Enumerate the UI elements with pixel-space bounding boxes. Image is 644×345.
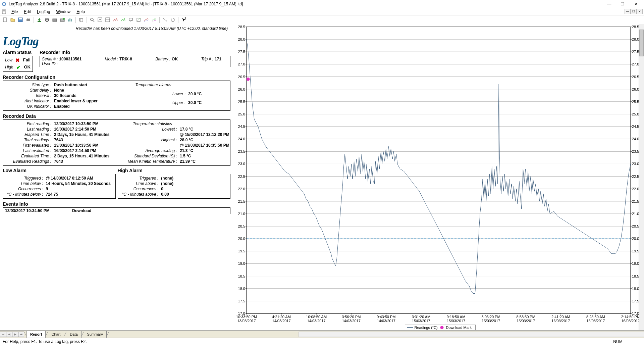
svg-text:Readings (°C): Readings (°C) xyxy=(415,326,438,330)
svg-rect-23 xyxy=(98,18,102,22)
high-trig-label: Triggered : xyxy=(121,176,160,181)
svg-rect-16 xyxy=(68,19,69,21)
tab-chart[interactable]: Chart xyxy=(48,331,64,338)
download-icon[interactable] xyxy=(36,16,43,23)
print-icon[interactable] xyxy=(24,16,32,23)
svg-text:18.0: 18.0 xyxy=(238,287,245,291)
alert-value: Enabled lower & upper xyxy=(53,98,120,104)
svg-text:28.5: 28.5 xyxy=(632,25,639,29)
new-icon[interactable] xyxy=(1,16,9,23)
svg-line-22 xyxy=(93,20,94,22)
svg-text:22.5: 22.5 xyxy=(238,175,245,179)
minimize-button[interactable]: — xyxy=(602,0,616,8)
events-box: 13/03/2017 10:34:50 PM Download xyxy=(3,207,230,214)
toolbar-sep xyxy=(87,17,87,23)
svg-text:22.0: 22.0 xyxy=(632,187,639,191)
svg-text:25.0: 25.0 xyxy=(238,112,245,116)
svg-text:21.5: 21.5 xyxy=(238,199,245,203)
svg-text:8:28:50 AM: 8:28:50 AM xyxy=(586,315,605,319)
svg-text:16/03/2017: 16/03/2017 xyxy=(621,319,640,323)
mkt-value: 21.39 °C xyxy=(178,159,231,164)
tab-report[interactable]: Report xyxy=(26,331,46,338)
mdi-restore[interactable]: ❐ xyxy=(631,9,637,14)
eval-readings-label: Evaluated Readings : xyxy=(6,159,53,164)
close-button[interactable]: ✕ xyxy=(629,0,643,8)
mdi-minimize[interactable]: — xyxy=(625,9,631,14)
save-icon[interactable] xyxy=(17,16,24,23)
svg-rect-7 xyxy=(19,18,22,19)
chart-panel[interactable]: 17.017.017.517.518.018.018.518.519.019.0… xyxy=(233,24,644,330)
tool-options-icon[interactable] xyxy=(161,16,169,23)
start-delay-label: Start delay : xyxy=(6,88,53,93)
zoom-icon[interactable] xyxy=(89,16,96,23)
svg-text:18.0: 18.0 xyxy=(632,287,639,291)
svg-text:21.0: 21.0 xyxy=(238,212,245,216)
annotate-icon[interactable] xyxy=(127,16,135,23)
ok-label: OK indicator : xyxy=(6,104,53,109)
svg-text:27.0: 27.0 xyxy=(238,62,245,66)
svg-text:19.0: 19.0 xyxy=(238,261,245,265)
hibernate-icon[interactable] xyxy=(51,16,58,23)
event-datetime: 13/03/2017 10:34:50 PM xyxy=(5,208,72,213)
tabs-nav: ⏮ ◀ ▶ ⏭ xyxy=(0,332,24,337)
tab-data[interactable]: Data xyxy=(66,331,81,338)
tab-nav-last[interactable]: ⏭ xyxy=(18,332,24,337)
quick-reconfigure-icon[interactable] xyxy=(59,16,66,23)
report-panel: Recorder has been downloaded 17/03/2017 … xyxy=(0,24,233,330)
battery-value: OK xyxy=(172,57,178,61)
low-occ-label: Occurrences : xyxy=(6,186,45,192)
svg-text:23.5: 23.5 xyxy=(238,149,245,153)
high-alarm-title: High Alarm xyxy=(118,168,231,173)
copy-icon[interactable] xyxy=(77,16,85,23)
profile-icon[interactable] xyxy=(66,16,74,23)
multichart-icon[interactable] xyxy=(143,16,150,23)
menu-help[interactable]: Help xyxy=(74,9,88,15)
alarm-high-status: OK xyxy=(24,64,31,70)
title-bar: LogTag Analyzer 2.8 Build 2 - TRIX-8 - 1… xyxy=(0,0,644,8)
multichart2-icon[interactable] xyxy=(150,16,158,23)
svg-text:14/03/2017: 14/03/2017 xyxy=(272,319,291,323)
last-eval-value: 16/03/2017 2:14:50 PM xyxy=(53,148,126,153)
mdi-controls: — ❐ ✕ xyxy=(625,9,643,14)
vertical-scrollbar[interactable] xyxy=(639,24,644,330)
svg-text:9:43:50 PM: 9:43:50 PM xyxy=(377,315,395,319)
export-icon[interactable] xyxy=(135,16,142,23)
svg-text:14/03/2017: 14/03/2017 xyxy=(307,319,326,323)
menu-logtag[interactable]: LogTag xyxy=(34,9,53,15)
svg-rect-10 xyxy=(38,21,41,22)
menu-edit[interactable]: Edit xyxy=(21,9,34,15)
svg-text:18.5: 18.5 xyxy=(632,274,639,278)
temperature-chart[interactable]: 17.017.017.517.518.018.018.518.519.019.0… xyxy=(233,24,644,330)
upper-label: Upper : xyxy=(120,100,187,109)
mdi-close[interactable]: ✕ xyxy=(637,9,643,14)
model-value: TRIX-8 xyxy=(119,57,132,61)
configure-icon[interactable] xyxy=(43,16,51,23)
svg-text:Download Mark: Download Mark xyxy=(446,326,472,330)
help-arrow-icon[interactable]: ? xyxy=(180,16,187,23)
chart-style2-icon[interactable] xyxy=(119,16,127,23)
status-bar: For Help, press F1. To use a LogTag, pre… xyxy=(0,338,644,345)
horizontal-scrollbar[interactable] xyxy=(299,332,644,337)
menu-file[interactable]: File xyxy=(9,9,20,15)
tool-refresh-icon[interactable] xyxy=(169,16,176,23)
manual-scale-icon[interactable] xyxy=(104,16,111,23)
maximize-button[interactable]: ☐ xyxy=(616,0,629,8)
recorder-info-title: Recorder Info xyxy=(40,50,230,55)
svg-text:20.0: 20.0 xyxy=(632,237,639,241)
svg-text:15/03/2017: 15/03/2017 xyxy=(412,319,430,323)
autoscale-icon[interactable] xyxy=(96,16,104,23)
svg-text:2:14:50 PM: 2:14:50 PM xyxy=(621,315,640,319)
svg-point-187 xyxy=(247,78,250,81)
svg-text:23.5: 23.5 xyxy=(632,149,639,153)
tab-summary[interactable]: Summary xyxy=(84,331,107,338)
chart-style-icon[interactable] xyxy=(112,16,119,23)
config-title: Recorder Configuration xyxy=(3,75,230,80)
tab-nav-first[interactable]: ⏮ xyxy=(0,332,6,337)
menu-window[interactable]: Window xyxy=(53,9,73,15)
first-eval-label: First evaluated : xyxy=(6,143,53,148)
tab-nav-prev[interactable]: ◀ xyxy=(6,332,12,337)
open-icon[interactable] xyxy=(9,16,16,23)
tab-nav-next[interactable]: ▶ xyxy=(12,332,18,337)
eval-readings-value: 7643 xyxy=(53,159,126,164)
svg-text:10:33:50 PM: 10:33:50 PM xyxy=(236,315,257,319)
